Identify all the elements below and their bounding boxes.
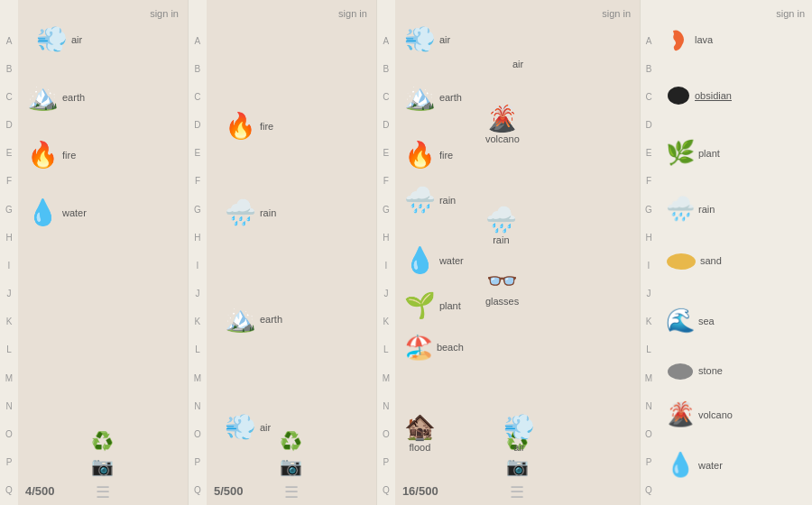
element-earth-2[interactable]: 🏔️ earth — [225, 307, 282, 332]
element-air-right-3[interactable]: air — [512, 59, 523, 69]
sign-in-3[interactable]: sign in — [395, 0, 640, 27]
element-earth-1[interactable]: 🏔️ earth — [27, 85, 85, 110]
element-rain-right-3[interactable]: 🌧️ rain — [485, 207, 517, 245]
letter-e: E — [6, 140, 13, 168]
air-label-2b: air — [260, 422, 271, 433]
element-plant-3[interactable]: 🌱 plant — [404, 293, 461, 318]
water-emoji-3: 💧 — [404, 248, 436, 273]
elements-list-2: 🔥 fire 🌧️ rain 🏔️ earth 💨 air — [207, 27, 376, 433]
enc-alphabet: A B C D E F G H I J K L M N O P Q — [641, 0, 657, 505]
fire-emoji-2: 🔥 — [225, 114, 256, 139]
water-icon-enc: 💧 — [666, 451, 695, 479]
air-label-1: air — [71, 34, 82, 45]
volcano-label-3: volcano — [485, 133, 520, 144]
rain-icon: 🌧️ — [666, 195, 695, 223]
fire-emoji-1: 🔥 — [27, 142, 59, 168]
sign-in-1[interactable]: sign in — [18, 0, 188, 27]
panel-3: A B C D E F G H I J K L M N O P Q sign i… — [377, 0, 641, 505]
rain-label-enc: rain — [698, 204, 715, 215]
letter-c: C — [5, 83, 12, 111]
enc-sea[interactable]: 🌊 sea — [666, 307, 715, 335]
letter-q: Q — [5, 477, 13, 505]
letter-a: A — [6, 27, 13, 55]
enc-stone[interactable]: stone — [666, 361, 723, 381]
alphabet-col-2: A B C D E F G H I J K L M N O P Q — [189, 0, 207, 505]
elements-list-1: 💨 air 🏔️ earth 🔥 fire 💧 water — [18, 27, 188, 433]
letter-j: J — [7, 280, 12, 308]
stone-label-enc: stone — [698, 365, 723, 376]
letter-f: F — [6, 168, 12, 196]
water-emoji-1: 💧 — [27, 200, 59, 225]
alphabet-col-1: A B C D E F G H I J K L M N O P Q — [0, 0, 18, 505]
volcano-emoji-3: 🌋 — [486, 106, 518, 132]
earth-emoji-3: 🏔️ — [404, 85, 436, 110]
plant-label-enc: plant — [698, 148, 720, 159]
sign-in-2[interactable]: sign in — [207, 0, 376, 27]
enc-sign-in[interactable]: sign in — [657, 0, 812, 27]
element-rain-3[interactable]: 🌧️ rain — [404, 188, 456, 213]
camera-icon-1[interactable]: 📷 — [91, 455, 114, 477]
air-right-label-3: air — [512, 59, 523, 69]
count-3: 16/500 — [402, 484, 438, 498]
element-air-3[interactable]: 💨 air — [404, 27, 450, 52]
menu-icon-3[interactable]: ☰ — [510, 482, 524, 502]
letter-g: G — [5, 196, 13, 224]
menu-icon-1[interactable]: ☰ — [96, 482, 110, 502]
camera-icon-2[interactable]: 📷 — [280, 455, 302, 477]
enc-plant[interactable]: 🌿 plant — [666, 139, 720, 167]
panel-2: A B C D E F G H I J K L M N O P Q sign i… — [189, 0, 377, 505]
element-rain-2[interactable]: 🌧️ rain — [225, 200, 276, 225]
elements-list-3: 💨 air 🏔️ earth 🔥 fire 🌧️ rain 💧 water — [395, 27, 640, 433]
fire-label-2: fire — [260, 121, 273, 132]
letter-m: M — [5, 364, 13, 392]
sand-label-enc: sand — [700, 255, 722, 266]
recycle-icon-1[interactable]: ♻️ — [91, 430, 114, 452]
letter-h: H — [5, 224, 12, 252]
element-air-2b[interactable]: 💨 air — [225, 415, 271, 440]
element-water-3[interactable]: 💧 water — [404, 248, 464, 273]
letter-l: L — [6, 336, 12, 364]
letter-b: B — [6, 55, 13, 83]
letter-k: K — [6, 308, 13, 336]
water-label-3: water — [439, 255, 464, 266]
letter-n: N — [5, 392, 12, 420]
earth-emoji-1: 🏔️ — [27, 85, 59, 110]
rain-right-emoji-3: 🌧️ — [485, 207, 517, 233]
earth-label-2: earth — [260, 314, 282, 325]
enc-rain[interactable]: 🌧️ rain — [666, 195, 715, 223]
flood-label-3: flood — [409, 442, 430, 453]
menu-icon-2[interactable]: ☰ — [284, 482, 299, 502]
fire-label-1: fire — [62, 150, 76, 161]
plant-emoji-3: 🌱 — [404, 293, 436, 318]
earth-label-1: earth — [62, 92, 85, 103]
element-fire-1[interactable]: 🔥 fire — [27, 142, 76, 168]
alphabet-col-3: A B C D E F G H I J K L M N O P Q — [377, 0, 395, 505]
enc-lava[interactable]: lava — [666, 27, 713, 52]
enc-water[interactable]: 💧 water — [666, 451, 723, 479]
element-glasses-3[interactable]: 👓 glasses — [485, 269, 519, 307]
air-bottom-label-3: air — [513, 442, 524, 453]
enc-volcano[interactable]: 🌋 volcano — [666, 400, 733, 428]
earth-emoji-2: 🏔️ — [225, 307, 256, 332]
element-fire-3[interactable]: 🔥 fire — [404, 142, 453, 168]
element-air-1[interactable]: 💨 air — [36, 27, 82, 52]
rain-emoji-3: 🌧️ — [404, 188, 436, 213]
elements-col-3: sign in 💨 air 🏔️ earth 🔥 fire 🌧️ rain 💧 — [395, 0, 640, 505]
element-water-1[interactable]: 💧 water — [27, 200, 87, 225]
enc-sand[interactable]: sand — [666, 251, 722, 271]
enc-obsidian[interactable]: obsidian — [666, 83, 732, 108]
sea-icon: 🌊 — [666, 307, 695, 335]
element-earth-3[interactable]: 🏔️ earth — [404, 85, 462, 110]
obsidian-icon — [666, 83, 691, 108]
flood-emoji-3: 🏚️ — [404, 415, 436, 440]
recycle-icon-2[interactable]: ♻️ — [280, 430, 302, 452]
lava-icon — [666, 27, 691, 52]
element-beach-3[interactable]: 🏖️ beach — [404, 335, 464, 359]
element-air-bottom-3[interactable]: 💨 air — [503, 415, 535, 453]
svg-point-0 — [668, 87, 689, 105]
element-volcano-3[interactable]: 🌋 volcano — [485, 106, 520, 144]
element-flood-3[interactable]: 🏚️ flood — [404, 415, 436, 453]
element-fire-2[interactable]: 🔥 fire — [225, 114, 273, 139]
camera-icon-3[interactable]: 📷 — [506, 455, 529, 477]
earth-label-3: earth — [439, 92, 462, 103]
